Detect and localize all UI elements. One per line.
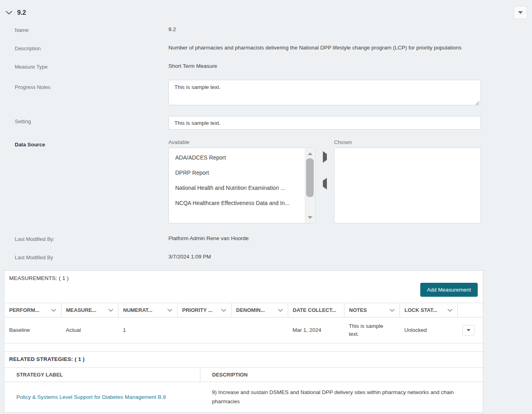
- last-modified-by-label: Last Modified By:: [15, 234, 168, 242]
- resize-handle-icon[interactable]: [475, 100, 480, 104]
- header-menu-button[interactable]: [514, 6, 527, 19]
- related-strategies-title: RELATED STRATEGIES: ( 1 ): [4, 352, 483, 367]
- description-value: Number of pharmacies and pharmacists del…: [168, 43, 476, 53]
- measure-detail-form: Name 9.2 Description Number of pharmacie…: [0, 25, 496, 262]
- chosen-listbox[interactable]: [334, 148, 481, 223]
- scroll-up-button[interactable]: [305, 150, 315, 157]
- available-listbox[interactable]: ADA/ADCES Report DPRP Report National He…: [168, 148, 315, 223]
- page-title: 9.2: [17, 9, 26, 16]
- column-chevron-icon[interactable]: [221, 309, 226, 312]
- description-label: Description: [15, 43, 168, 52]
- column-chevron-icon[interactable]: [167, 309, 172, 312]
- setting-input[interactable]: [168, 116, 481, 130]
- measure-type-value: Short Term Measure: [168, 61, 481, 71]
- measurements-title: MEASUREMENTS: ( 1 ): [4, 271, 483, 281]
- column-header-description: DESCRIPTION: [200, 368, 483, 382]
- cell-date-collected: Mar 1, 2024: [288, 317, 344, 343]
- setting-label: Setting: [15, 116, 168, 125]
- column-chevron-icon[interactable]: [278, 309, 283, 312]
- list-option[interactable]: DPRP Report: [169, 165, 315, 180]
- strategy-link[interactable]: Policy & Systems Level Support for Diabe…: [16, 394, 166, 400]
- cell-notes: This is sample text.: [344, 317, 399, 343]
- name-label: Name: [15, 25, 168, 34]
- column-header-priority[interactable]: PRIORITY ...: [177, 303, 231, 317]
- measurements-table: PERFORM... MEASURE... NUMERAT... PRIORIT…: [4, 303, 483, 343]
- measurement-row: Baseline Actual 1 Mar 1, 2024 This is sa…: [4, 317, 483, 343]
- last-modified-date-value: 3/7/2024 1:09 PM: [168, 252, 481, 262]
- move-right-button[interactable]: [321, 152, 328, 162]
- column-chevron-icon[interactable]: [390, 309, 395, 312]
- name-value: 9.2: [168, 25, 481, 34]
- cell-performance: Baseline: [4, 317, 61, 343]
- cell-lock-status: Unlocked: [399, 317, 457, 343]
- progress-notes-label: Progress Notes: [15, 80, 168, 91]
- column-header-measure[interactable]: MEASURE...: [61, 303, 118, 317]
- column-header-date-collected[interactable]: DATE COLLECT...: [288, 303, 344, 317]
- move-left-button[interactable]: [321, 179, 328, 188]
- cell-priority: [177, 317, 231, 343]
- last-modified-date-label: Last Modified By: [15, 252, 168, 261]
- cell-measure: Actual: [61, 317, 118, 343]
- list-option[interactable]: NCQA Healthcare Effectiveness Data and I…: [169, 195, 315, 211]
- related-strategies-table: STRATEGY LABEL DESCRIPTION Policy & Syst…: [4, 367, 483, 412]
- last-modified-by-value: Platform Admin Rene van Hoorde: [168, 234, 481, 243]
- scroll-up-icon: [308, 152, 312, 155]
- scroll-down-icon: [308, 216, 312, 219]
- column-header-strategy-label: STRATEGY LABEL: [4, 368, 200, 382]
- cell-denominator: [231, 317, 288, 343]
- right-arrow-icon: [323, 151, 327, 163]
- scrollbar-thumb[interactable]: [306, 158, 314, 197]
- column-chevron-icon[interactable]: [51, 309, 56, 312]
- column-chevron-icon[interactable]: [447, 309, 453, 312]
- row-menu-button[interactable]: [462, 325, 475, 336]
- section-header: 9.2: [0, 0, 532, 18]
- measure-type-label: Measure Type: [15, 61, 168, 70]
- list-option[interactable]: National Health and Nutrition Examinatio…: [169, 180, 315, 195]
- collapse-chevron-icon[interactable]: [6, 11, 12, 15]
- cell-numerator: 1: [118, 317, 177, 343]
- chosen-label: Chosen: [334, 139, 481, 145]
- column-header-lock-status[interactable]: LOCK STAT...: [399, 303, 457, 317]
- column-header-actions: [457, 303, 483, 317]
- strategy-row: Policy & Systems Level Support for Diabe…: [4, 382, 483, 413]
- column-header-denominator[interactable]: DENOMIN...: [231, 303, 288, 317]
- column-header-numerator[interactable]: NUMERAT...: [118, 303, 177, 317]
- column-chevron-icon[interactable]: [108, 309, 113, 312]
- left-arrow-icon: [323, 178, 327, 189]
- progress-notes-textarea[interactable]: This is sample text.: [168, 80, 481, 105]
- add-measurement-button[interactable]: Add Measurement: [420, 283, 478, 297]
- measurements-panel: MEASUREMENTS: ( 1 ) Add Measurement PERF…: [4, 270, 483, 413]
- strategy-description: 9) Increase and sustain DSMES and Nation…: [212, 389, 454, 404]
- scroll-down-button[interactable]: [305, 214, 315, 221]
- column-header-performance[interactable]: PERFORM...: [4, 303, 61, 317]
- dropdown-arrow-icon: [518, 11, 523, 14]
- strategies-header-row: STRATEGY LABEL DESCRIPTION: [4, 368, 483, 382]
- data-source-duallist: Available ADA/ADCES Report DPRP Report N…: [168, 139, 481, 223]
- column-header-notes[interactable]: NOTES: [344, 303, 399, 317]
- list-option[interactable]: ADA/ADCES Report: [169, 150, 315, 165]
- listbox-scrollbar[interactable]: [305, 148, 314, 223]
- measurements-header-row: PERFORM... MEASURE... NUMERAT... PRIORIT…: [4, 303, 483, 317]
- data-source-label: Data Source: [15, 139, 168, 148]
- dropdown-arrow-icon: [467, 329, 471, 331]
- available-label: Available: [168, 139, 315, 145]
